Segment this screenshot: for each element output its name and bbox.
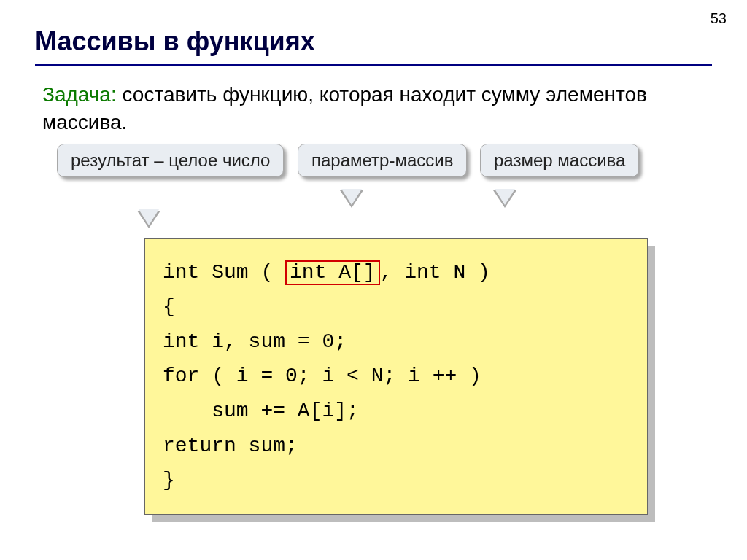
callout-result-box: результат – целое число [57, 144, 284, 178]
callout-param: параметр-массив [298, 144, 467, 178]
code-l6: return sum; [163, 435, 298, 457]
code-l1a: int Sum ( [163, 261, 285, 284]
code-block: int Sum ( int A[], int N ) { int i, sum … [144, 238, 648, 515]
code-highlight: int A[] [285, 260, 380, 286]
code-l2: { [163, 295, 175, 318]
task-label: Задача: [42, 83, 117, 106]
callouts-layer: результат – целое число параметр-массив … [35, 144, 712, 246]
code-box: int Sum ( int A[], int N ) { int i, sum … [144, 238, 648, 515]
code-l1b: , int N ) [380, 261, 490, 284]
slide-title: Массивы в функциях [35, 26, 712, 57]
callout-size-tail [495, 189, 515, 205]
code-l5: sum += A[i]; [163, 400, 359, 422]
callout-result: результат – целое число [57, 144, 284, 178]
code-l7: } [163, 469, 175, 491]
code-l3: int i, sum = 0; [163, 330, 347, 353]
callout-param-box: параметр-массив [298, 144, 467, 178]
callout-result-tail [139, 209, 159, 225]
callout-size-box: размер массива [480, 144, 639, 178]
slide: 53 Массивы в функциях Задача: составить … [0, 0, 747, 560]
title-rule [35, 64, 712, 66]
code-l4: for ( i = 0; i < N; i ++ ) [163, 365, 481, 387]
callout-param-tail [341, 189, 362, 205]
task-text: Задача: составить функцию, которая наход… [35, 81, 712, 136]
task-body: составить функцию, которая находит сумму… [42, 83, 647, 133]
page-number: 53 [711, 10, 727, 27]
callout-size: размер массива [480, 144, 639, 178]
